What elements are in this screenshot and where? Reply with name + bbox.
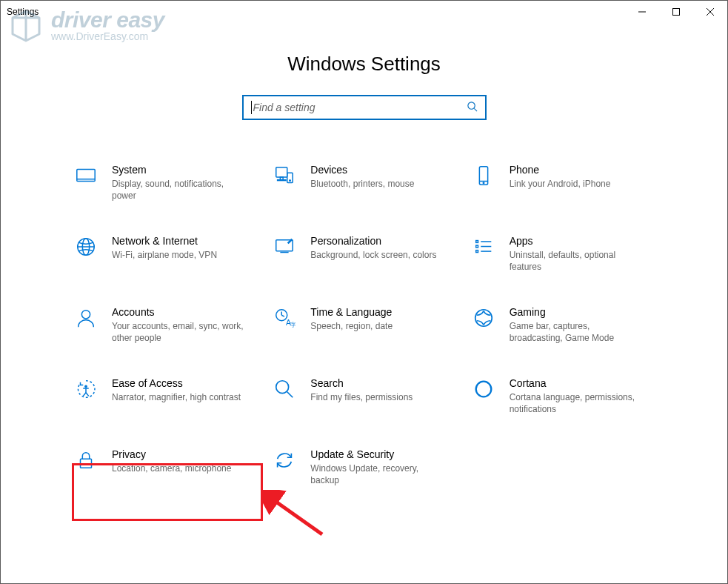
tile-title: Personalization: [310, 234, 436, 248]
svg-rect-8: [276, 167, 287, 177]
svg-point-4: [467, 102, 474, 108]
svg-rect-10: [278, 180, 286, 181]
tile-network[interactable]: Network & InternetWi-Fi, airplane mode, …: [73, 234, 257, 273]
tile-desc: Narrator, magnifier, high contrast: [112, 391, 241, 403]
lock-icon: [73, 448, 98, 473]
window-controls: [625, 1, 727, 23]
tile-desc: Display, sound, notifications, power: [112, 178, 245, 202]
settings-grid: SystemDisplay, sound, notifications, pow…: [1, 163, 727, 486]
svg-point-12: [290, 180, 291, 182]
svg-rect-23: [475, 250, 478, 253]
tile-search[interactable]: SearchFind my files, permissions: [272, 376, 455, 415]
time-language-icon: A字: [272, 305, 297, 331]
apps-icon: [471, 234, 496, 259]
tile-desc: Windows Update, recovery, backup: [310, 462, 444, 486]
tile-title: Gaming: [510, 305, 643, 319]
close-button[interactable]: [693, 1, 727, 23]
search-input[interactable]: [253, 102, 467, 113]
search-container: [1, 95, 727, 120]
magnifier-icon: [272, 376, 297, 402]
svg-text:字: 字: [290, 321, 296, 328]
svg-rect-22: [475, 245, 478, 248]
tile-update-security[interactable]: Update & SecurityWindows Update, recover…: [272, 448, 455, 486]
tile-time-language[interactable]: A字 Time & LanguageSpeech, region, date: [272, 305, 455, 344]
tile-personalization[interactable]: PersonalizationBackground, lock screen, …: [272, 234, 455, 273]
system-icon: [73, 163, 98, 188]
svg-point-35: [276, 381, 289, 394]
tile-desc: Bluetooth, printers, mouse: [310, 178, 414, 190]
tile-title: Apps: [510, 234, 643, 248]
tile-privacy[interactable]: PrivacyLocation, camera, microphone: [73, 448, 257, 486]
tile-devices[interactable]: DevicesBluetooth, printers, mouse: [272, 163, 455, 202]
svg-point-34: [84, 385, 87, 388]
annotation-arrow-icon: [263, 490, 330, 542]
tile-desc: Uninstall, defaults, optional features: [510, 249, 643, 273]
tile-title: Phone: [510, 163, 611, 176]
svg-rect-38: [81, 459, 92, 468]
tile-title: Time & Language: [310, 305, 393, 319]
tile-phone[interactable]: PhoneLink your Android, iPhone: [471, 163, 655, 202]
tile-title: Devices: [310, 163, 414, 176]
search-box[interactable]: [242, 95, 487, 120]
devices-icon: [272, 163, 297, 188]
tile-title: Network & Internet: [112, 234, 217, 248]
search-icon: [467, 101, 478, 115]
tile-desc: Link your Android, iPhone: [510, 178, 611, 190]
tile-desc: Wi-Fi, airplane mode, VPN: [112, 249, 217, 261]
svg-rect-1: [673, 9, 680, 16]
svg-point-37: [475, 382, 491, 397]
tile-desc: Game bar, captures, broadcasting, Game M…: [510, 320, 643, 344]
svg-point-15: [483, 182, 484, 184]
svg-point-27: [81, 311, 90, 319]
maximize-button[interactable]: [659, 1, 693, 23]
svg-line-30: [282, 315, 285, 316]
tile-ease-of-access[interactable]: Ease of AccessNarrator, magnifier, high …: [73, 376, 257, 415]
tile-apps[interactable]: AppsUninstall, defaults, optional featur…: [471, 234, 655, 273]
tile-desc: Location, camera, microphone: [112, 462, 231, 474]
page-title: Windows Settings: [1, 53, 727, 76]
tile-system[interactable]: SystemDisplay, sound, notifications, pow…: [73, 163, 257, 202]
tile-title: System: [112, 163, 245, 176]
personalization-icon: [272, 234, 297, 259]
tile-cortana[interactable]: CortanaCortana language, permissions, no…: [471, 376, 655, 415]
update-icon: [272, 448, 297, 473]
text-caret: [251, 101, 252, 114]
tile-desc: Find my files, permissions: [310, 391, 413, 403]
tile-desc: Your accounts, email, sync, work, other …: [112, 320, 245, 344]
phone-icon: [471, 163, 496, 188]
svg-line-40: [272, 499, 322, 534]
tile-title: Privacy: [112, 448, 231, 461]
watermark-logo-icon: [8, 8, 44, 44]
svg-rect-21: [475, 241, 478, 243]
svg-line-5: [474, 108, 477, 111]
accounts-icon: [73, 305, 98, 331]
minimize-button[interactable]: [625, 1, 659, 23]
tile-title: Cortana: [510, 376, 643, 390]
tile-title: Update & Security: [310, 448, 444, 461]
watermark-line2: www.DriverEasy.com: [51, 30, 164, 42]
tile-desc: Background, lock screen, colors: [310, 249, 436, 261]
globe-icon: [73, 234, 98, 259]
tile-title: Accounts: [112, 305, 245, 319]
watermark-line1: driver easy: [51, 10, 164, 30]
tile-desc: Speech, region, date: [310, 320, 393, 332]
watermark: driver easy www.DriverEasy.com: [8, 8, 164, 44]
tile-title: Search: [310, 376, 413, 390]
tile-title: Ease of Access: [112, 376, 241, 390]
cortana-icon: [471, 376, 496, 402]
ease-of-access-icon: [73, 376, 98, 402]
tile-desc: Cortana language, permissions, notificat…: [510, 391, 643, 415]
tile-gaming[interactable]: GamingGame bar, captures, broadcasting, …: [471, 305, 655, 344]
tile-accounts[interactable]: AccountsYour accounts, email, sync, work…: [73, 305, 257, 344]
gaming-icon: [471, 305, 496, 331]
svg-line-36: [287, 392, 293, 398]
